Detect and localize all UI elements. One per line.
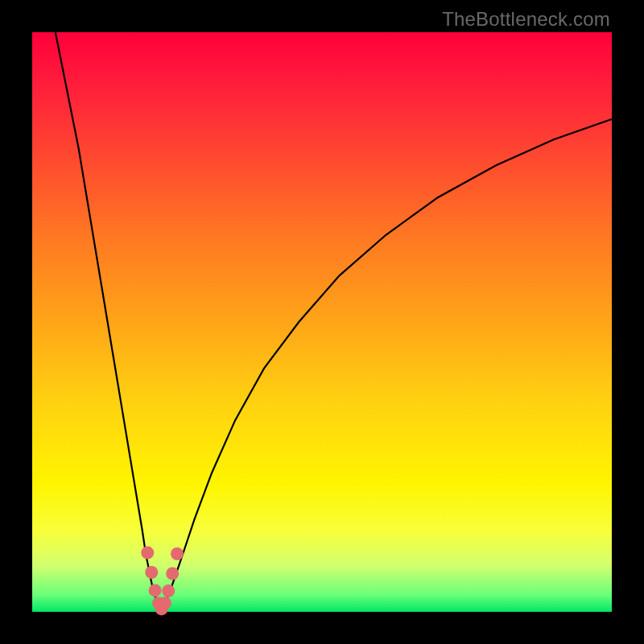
valley-dot xyxy=(141,547,154,559)
valley-dot xyxy=(171,547,184,560)
curve-layer xyxy=(32,32,612,612)
curve-right-branch xyxy=(161,119,612,609)
valley-dot xyxy=(149,584,162,597)
curve-left-branch xyxy=(56,32,161,609)
valley-dot xyxy=(159,597,171,609)
chart-frame: TheBottleneck.com xyxy=(0,0,644,644)
watermark-text: TheBottleneck.com xyxy=(442,8,610,31)
plot-area xyxy=(32,32,612,612)
valley-dot xyxy=(162,584,175,597)
valley-dot xyxy=(145,566,158,579)
valley-dot xyxy=(166,568,179,580)
valley-dots-group xyxy=(141,547,184,616)
